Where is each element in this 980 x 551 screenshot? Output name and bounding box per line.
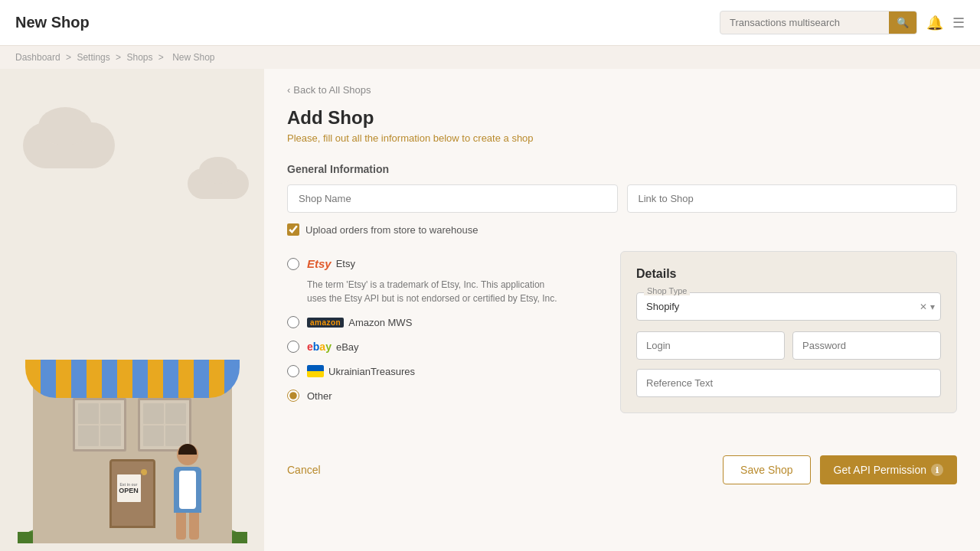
ebay-label[interactable]: ebay eBay [307, 341, 359, 353]
save-shop-button[interactable]: Save Shop [723, 455, 811, 484]
details-panel: Details Shop Type Shopify WooCommerce Ma… [620, 251, 957, 413]
shop-type-select-wrapper: Shop Type Shopify WooCommerce Magento Bi… [636, 292, 941, 321]
shop-type-float-label: Shop Type [644, 286, 690, 295]
ebay-logo: ebay [307, 341, 332, 353]
shop-type-ukrainian: UkrainianTreasures [287, 359, 605, 383]
back-link[interactable]: ‹ Back to All Shops [287, 84, 957, 96]
shop-window-left [73, 398, 126, 452]
details-title: Details [636, 267, 941, 281]
notifications-button[interactable]: 🔔 [926, 15, 943, 31]
cloud-decoration-2 [188, 168, 249, 199]
menu-button[interactable]: ☰ [952, 15, 965, 31]
password-input[interactable] [792, 331, 941, 360]
header: New Shop 🔍 🔔 ☰ [0, 0, 980, 46]
shop-awning [25, 360, 240, 398]
upload-checkbox[interactable] [287, 223, 299, 236]
shop-illustration: Est in our OPEN [25, 375, 240, 543]
shop-type-radio-other[interactable] [287, 390, 299, 402]
upload-checkbox-label[interactable]: Upload orders from store to warehouse [305, 224, 478, 236]
other-text: Other [307, 390, 332, 402]
header-right: 🔍 🔔 ☰ [720, 11, 965, 34]
breadcrumb-settings[interactable]: Settings [77, 52, 109, 63]
search-input[interactable] [720, 11, 889, 34]
shop-types-area: Etsy Etsy The term 'Etsy' is a trademark… [287, 251, 957, 413]
shop-name-input[interactable] [287, 184, 618, 213]
ukrainian-text: UkrainianTreasures [328, 366, 415, 377]
left-panel: Est in our OPEN [0, 69, 264, 551]
search-button[interactable]: 🔍 [889, 11, 916, 34]
shop-type-amazon: amazon Amazon MWS [287, 310, 605, 334]
back-chevron-icon: ‹ [287, 84, 290, 96]
login-input[interactable] [636, 331, 785, 360]
cancel-button[interactable]: Cancel [287, 464, 321, 476]
shop-building: Est in our OPEN [33, 375, 232, 543]
breadcrumb-shops[interactable]: Shops [126, 52, 152, 63]
details-login-password-row [636, 331, 941, 360]
ukraine-flag-icon [307, 365, 324, 377]
shop-type-radio-amazon[interactable] [287, 316, 299, 328]
breadcrumb-current: New Shop [172, 52, 214, 63]
page-subtitle: Please, fill out all the information bel… [287, 132, 957, 144]
shop-type-select[interactable]: Shopify WooCommerce Magento BigCommerce … [636, 292, 941, 321]
upload-checkbox-row: Upload orders from store to warehouse [287, 223, 957, 236]
reference-input[interactable] [636, 369, 941, 397]
etsy-label[interactable]: Etsy Etsy [307, 257, 355, 270]
amazon-text: Amazon MWS [348, 317, 412, 328]
shop-type-radio-ebay[interactable] [287, 341, 299, 353]
shop-door: Est in our OPEN [109, 459, 155, 528]
etsy-note: The term 'Etsy' is a trademark of Etsy, … [307, 278, 605, 305]
person-illustration [167, 444, 209, 543]
breadcrumb: Dashboard > Settings > Shops > New Shop [0, 46, 980, 69]
shop-type-other: Other [287, 383, 605, 408]
other-label[interactable]: Other [307, 390, 332, 402]
link-to-shop-input[interactable] [627, 184, 958, 213]
cloud-decoration-1 [23, 122, 115, 168]
breadcrumb-dashboard[interactable]: Dashboard [15, 52, 60, 63]
shop-type-list: Etsy Etsy The term 'Etsy' is a trademark… [287, 251, 605, 408]
header-title: New Shop [15, 14, 90, 31]
amazon-logo: amazon [307, 318, 344, 328]
back-link-text: Back to All Shops [293, 84, 371, 96]
form-actions: Cancel Save Shop Get API Permission ℹ [287, 444, 957, 484]
open-sign: Est in our OPEN [116, 473, 142, 504]
page-heading: Add Shop [287, 107, 957, 129]
shop-type-radio-ukrainian[interactable] [287, 365, 299, 377]
info-icon: ℹ [931, 464, 943, 476]
shop-type-ebay: ebay eBay [287, 334, 605, 359]
general-info-row [287, 184, 957, 213]
action-buttons: Save Shop Get API Permission ℹ [723, 455, 957, 484]
awning-stripe [25, 360, 240, 398]
ukrainian-label[interactable]: UkrainianTreasures [307, 365, 415, 377]
get-api-permission-button[interactable]: Get API Permission ℹ [820, 455, 957, 484]
search-bar: 🔍 [720, 11, 917, 34]
general-info-label: General Information [287, 163, 957, 175]
right-content: ‹ Back to All Shops Add Shop Please, fil… [264, 69, 980, 551]
ebay-text: eBay [336, 341, 359, 353]
api-button-label: Get API Permission [834, 464, 926, 476]
amazon-label[interactable]: amazon Amazon MWS [307, 317, 412, 328]
main-layout: Est in our OPEN [0, 69, 980, 551]
shop-type-radio-etsy[interactable] [287, 258, 299, 270]
shop-type-etsy: Etsy Etsy The term 'Etsy' is a trademark… [287, 251, 605, 305]
